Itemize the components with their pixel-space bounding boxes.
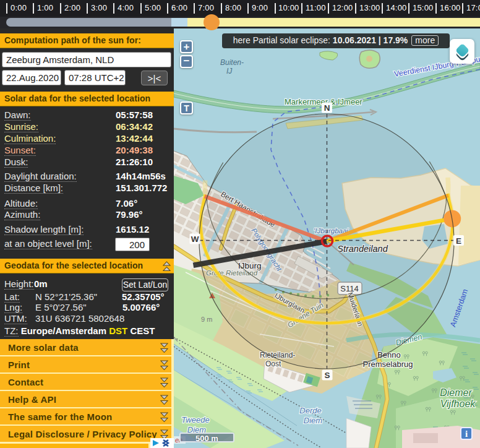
svg-text:Buiten-: Buiten- bbox=[220, 58, 244, 67]
svg-text:IJ: IJ bbox=[226, 67, 233, 75]
svg-text:Diemer: Diemer bbox=[440, 387, 472, 398]
svg-text:9 m: 9 m bbox=[201, 316, 212, 323]
svg-text:W: W bbox=[191, 235, 199, 244]
svg-text:Vijfhoek: Vijfhoek bbox=[440, 398, 476, 409]
svg-text:Diem: Diem bbox=[304, 416, 323, 425]
svg-text:Derde: Derde bbox=[299, 406, 321, 415]
svg-text:N: N bbox=[324, 103, 330, 113]
svg-text:Tweede: Tweede bbox=[181, 415, 209, 424]
svg-text:Oost: Oost bbox=[265, 360, 281, 368]
svg-text:S: S bbox=[324, 371, 330, 380]
svg-text:E: E bbox=[456, 236, 461, 246]
